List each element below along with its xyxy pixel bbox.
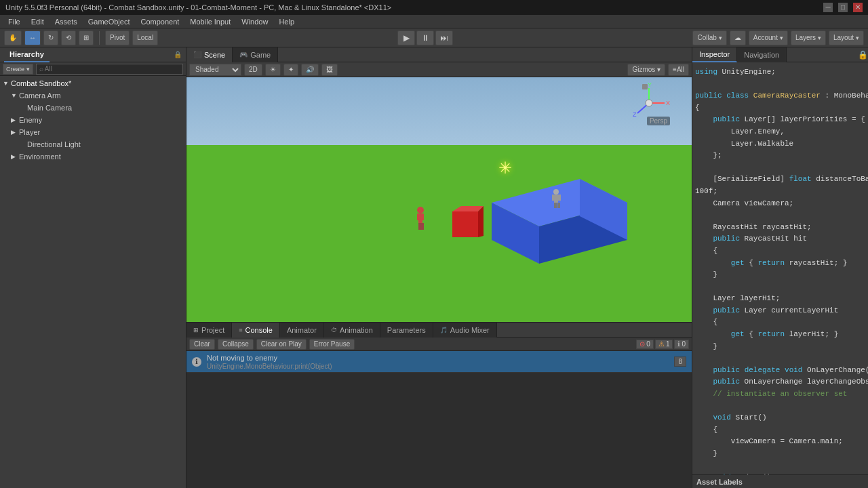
svg-rect-6 [452,211,478,237]
account-button[interactable]: Account [749,30,788,45]
audio-button[interactable]: 🔊 [301,64,319,76]
play-controls: ▶ ⏸ ⏭ [397,30,453,45]
menu-bar: File Edit Assets GameObject Component Mo… [0,15,868,28]
clear-on-play-button[interactable]: Clear on Play [256,339,307,350]
collab-button[interactable]: Collab [692,30,726,45]
hierarchy-item-environment[interactable]: ▶ Environment [0,150,186,163]
hierarchy-item-combat-sandbox[interactable]: ▼ Combat Sandbox* [0,77,186,89]
asset-labels: Asset Labels [692,474,868,488]
expand-arrow: ▼ [11,92,19,99]
tab-project[interactable]: ⊞ Project [186,323,232,338]
scene-bottom-area: ✳ [186,77,692,488]
hierarchy-lock-icon[interactable]: 🔒 [174,51,182,58]
hierarchy-item-camera-arm[interactable]: ▼ Camera Arm [0,89,186,102]
hierarchy-search-input[interactable] [36,64,183,75]
tab-animator[interactable]: Animator [280,323,324,338]
tab-animation[interactable]: ⏱ Animation [324,323,380,338]
svg-rect-18 [557,203,560,208]
svg-rect-4 [418,223,421,230]
pause-button[interactable]: ⏸ [416,30,434,45]
menu-assets[interactable]: Assets [50,15,83,28]
pivot-button[interactable]: Pivot [105,30,130,45]
clear-button[interactable]: Clear [189,339,215,350]
move-tool-button[interactable]: ↔ [24,30,41,45]
hierarchy-item-directional-light[interactable]: Directional Light [0,138,186,150]
2d-mode-button[interactable]: 2D [244,64,262,76]
menu-component[interactable]: Component [135,15,184,28]
close-button[interactable]: ✕ [853,3,863,12]
red-cube [451,205,485,240]
sun-gizmo: ✳ [498,159,512,178]
svg-marker-8 [478,206,484,237]
title-bar: Unity 5.5.0f3 Personal (64bit) - Combat … [0,0,868,15]
svg-text:Y: Y [648,83,652,88]
tab-parameters[interactable]: Parameters [380,323,433,338]
svg-text:X: X [666,100,670,106]
local-button[interactable]: Local [132,30,158,45]
expand-arrow: ▶ [11,153,19,160]
error-pause-button[interactable]: Error Pause [309,339,355,350]
svg-text:Z: Z [633,111,637,118]
svg-rect-5 [421,223,424,230]
svg-rect-26 [642,84,648,89]
svg-marker-7 [452,206,484,211]
expand-arrow: ▶ [11,117,19,123]
layers-button[interactable]: Layers [791,30,826,45]
tab-navigation[interactable]: Navigation [737,47,787,62]
menu-window[interactable]: Window [236,15,273,28]
tab-hierarchy[interactable]: Hierarchy [4,47,50,62]
toolbar-separator-1 [99,31,100,45]
gizmos-button[interactable]: Gizmos ▾ [627,64,665,76]
create-button[interactable]: Create ▾ [3,64,33,75]
hierarchy-item-main-camera[interactable]: Main Camera [0,102,186,114]
image-effects-button[interactable]: 🖼 [321,64,338,76]
console-message-group: Not moving to enemy UnityEngine.MonoBeha… [207,354,332,370]
menu-gameobject[interactable]: GameObject [83,15,136,28]
tab-scene[interactable]: ⬛ Scene [186,47,233,62]
fx-button[interactable]: ✦ [283,64,298,76]
hierarchy-item-player[interactable]: ▶ Player [0,126,186,138]
tab-inspector[interactable]: Inspector [692,47,737,62]
menu-mobile-input[interactable]: Mobile Input [184,15,236,28]
inspector-lock-icon[interactable]: 🔒 [858,50,868,60]
menu-file[interactable]: File [3,15,26,28]
collapse-button[interactable]: Collapse [218,339,254,350]
rect-tool-button[interactable]: ⊞ [79,30,94,45]
tab-audio-mixer[interactable]: 🎵 Audio Mixer [433,323,497,338]
console-counts: ⊙ 0 ⚠ 1 ℹ 0 [636,340,689,349]
inspector-panel: Inspector Navigation 🔒 using UnityEngine… [692,47,868,488]
svg-point-22 [646,100,652,106]
tab-console[interactable]: ≡ Console [232,323,280,338]
svg-rect-2 [417,214,420,220]
code-text: using UnityEngine; public class CameraRa… [695,68,868,474]
hand-tool-button[interactable]: ✋ [4,30,22,45]
shading-mode-select[interactable]: Shaded Wireframe [189,64,241,76]
menu-help[interactable]: Help [273,15,300,28]
layout-button[interactable]: Layout [829,30,864,45]
play-button[interactable]: ▶ [397,30,415,45]
tab-game[interactable]: 🎮 Game [233,47,278,62]
console-row[interactable]: ℹ Not moving to enemy UnityEngine.MonoBe… [186,351,692,373]
lighting-button[interactable]: ☀ [265,64,281,76]
scene-game-tabs: ⬛ Scene 🎮 Game [186,47,692,62]
cloud-button[interactable]: ☁ [730,30,746,45]
all-button[interactable]: ≡All [668,64,689,76]
warn-count-badge: ⚠ 1 [655,340,673,349]
expand-arrow: ▼ [3,80,11,87]
svg-rect-3 [421,214,424,220]
rotate-tool-button[interactable]: ↻ [43,30,58,45]
step-button[interactable]: ⏭ [435,30,453,45]
center-panel: ⬛ Scene 🎮 Game Shaded Wireframe 2D ☀ ✦ 🔊… [186,47,692,488]
maximize-button[interactable]: □ [838,3,848,12]
minimize-button[interactable]: ─ [823,3,833,12]
scene-viewport[interactable]: ✳ [186,77,692,322]
main-toolbar: ✋ ↔ ↻ ⟲ ⊞ Pivot Local ▶ ⏸ ⏭ Collab ☁ Acc… [0,28,868,47]
hierarchy-toolbar: Create ▾ [0,62,186,76]
hierarchy-item-enemy[interactable]: ▶ Enemy [0,114,186,126]
perspective-label: Persp [647,117,670,125]
player-character [414,206,427,235]
menu-edit[interactable]: Edit [26,15,50,28]
console-content: ℹ Not moving to enemy UnityEngine.MonoBe… [186,351,692,488]
window-controls[interactable]: ─ □ ✕ [823,3,863,12]
scale-tool-button[interactable]: ⟲ [61,30,76,45]
